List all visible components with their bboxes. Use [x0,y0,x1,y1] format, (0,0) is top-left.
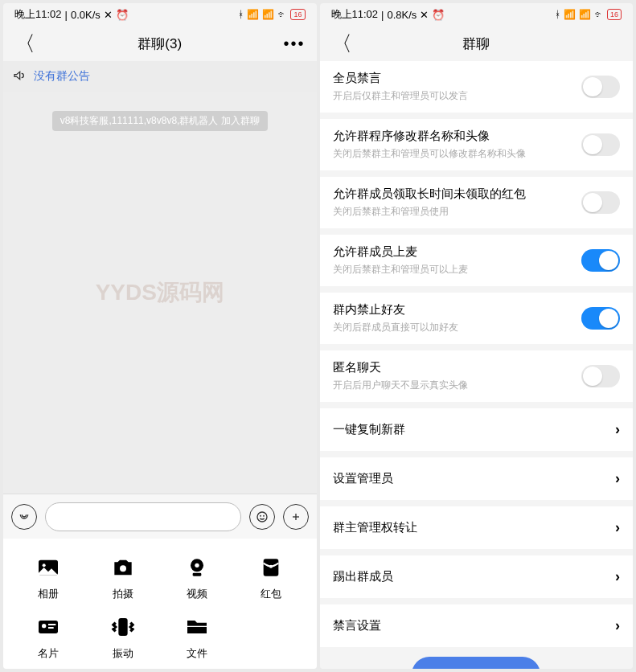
attach-card[interactable]: 名片 [11,613,85,661]
setting-mute-all: 全员禁言 开启后仅群主和管理员可以发言 [320,61,634,113]
wifi-icon: ᯤ [594,9,604,20]
page-title: 群聊(3) [137,35,182,53]
status-bar: 晚上11:02 | 0.8K/s ✕ ⏰ ᚼ 📶 📶 ᯤ 16 [320,3,634,26]
attach-file[interactable]: 文件 [160,613,234,661]
setting-sub: 关闭后群成员直接可以加好友 [333,321,458,334]
setting-sub: 关闭后禁群主和管理员可以修改群名称和头像 [333,147,526,161]
chevron-right-icon: › [615,470,620,487]
attach-label: 视频 [187,587,207,601]
nav-copy-group[interactable]: 一键复制新群 › [320,408,634,451]
setting-sub: 开启后用户聊天不显示真实头像 [333,379,468,392]
nav-transfer-owner[interactable]: 群主管理权转让 › [320,506,634,549]
nav-label: 踢出群成员 [333,569,393,584]
setting-allow-claim-redpacket: 允许群成员领取长时间未领取的红包 关闭后禁群主和管理员使用 [320,177,634,228]
card-icon [34,613,63,641]
bluetooth-icon: ᚼ [555,9,560,20]
watermark: YYDS源码网 [96,277,224,308]
battery-icon: 16 [290,9,305,20]
attach-vibrate[interactable]: 振动 [85,613,159,661]
setting-title: 允许群成员领取长时间未领取的红包 [333,186,526,202]
primary-button[interactable] [412,657,540,669]
nav-mute-settings[interactable]: 禁言设置 › [320,604,634,647]
notice-text: 没有群公告 [34,69,90,84]
attach-label: 红包 [261,587,281,601]
settings-body: 全员禁言 开启后仅群主和管理员可以发言 允许群程序修改群名称和头像 关闭后禁群主… [320,61,634,669]
page-title: 群聊 [462,35,490,53]
camera-icon [109,553,137,582]
attach-camera[interactable]: 拍摄 [85,553,159,601]
mute-icon: ✕ [420,9,429,21]
file-icon [183,613,211,641]
chevron-right-icon: › [615,421,620,438]
setting-title: 全员禁言 [333,71,468,86]
toggle-switch[interactable] [581,191,620,214]
setting-title: 允许群程序修改群名称和头像 [333,129,526,144]
battery-icon: 16 [607,9,622,20]
more-button[interactable]: ••• [283,35,305,53]
input-bar [3,494,317,539]
signal-icon: 📶 [579,9,591,20]
setting-title: 允许群成员上麦 [333,244,468,260]
toggle-switch[interactable] [581,365,620,387]
svg-point-0 [257,512,267,522]
attach-redpacket[interactable]: 红包 [234,553,308,601]
svg-point-2 [263,515,264,516]
svg-rect-17 [120,620,126,635]
svg-point-1 [260,515,261,516]
video-icon [183,553,211,582]
signal-icon: 📶 [564,9,576,20]
attach-album[interactable]: 相册 [11,553,85,601]
svg-rect-15 [48,624,55,625]
signal-icon: 📶 [247,9,259,20]
message-input[interactable] [45,502,241,531]
nav-kick-member[interactable]: 踢出群成员 › [320,555,634,598]
svg-rect-18 [187,626,207,627]
svg-point-12 [269,565,273,568]
redpacket-icon [256,553,285,582]
setting-title: 匿名聊天 [333,360,468,375]
voice-button[interactable] [11,504,37,530]
nav-set-admin[interactable]: 设置管理员 › [320,457,634,500]
toggle-switch[interactable] [581,307,620,330]
setting-forbid-friend: 群内禁止好友 关闭后群成员直接可以加好友 [320,293,634,344]
chevron-right-icon: › [615,568,620,585]
chat-screen: 晚上11:02 | 0.0K/s ✕ ⏰ ᚼ 📶 📶 ᯤ 16 〈 群聊(3) … [3,3,317,669]
nav-label: 禁言设置 [333,618,381,633]
attach-label: 名片 [38,646,59,661]
plus-button[interactable] [283,504,309,530]
setting-sub: 关闭后禁群主和管理员可以上麦 [333,263,468,277]
chevron-right-icon: › [615,617,620,634]
setting-title: 群内禁止好友 [333,302,458,318]
nav-bar: 〈 群聊 [320,26,634,61]
svg-point-6 [43,563,46,567]
system-message: v8科技客服,111111,v8v8v8,群机器人 加入群聊 [52,111,268,131]
toggle-switch[interactable] [581,76,620,98]
wifi-icon: ᯤ [277,9,287,20]
attach-video[interactable]: 视频 [160,553,234,601]
status-bar: 晚上11:02 | 0.0K/s ✕ ⏰ ᚼ 📶 📶 ᯤ 16 [3,3,317,26]
emoji-button[interactable] [249,504,275,530]
status-net: 0.8K/s [387,9,416,21]
setting-sub: 开启后仅群主和管理员可以发言 [333,89,468,103]
svg-point-9 [195,563,199,568]
svg-point-7 [120,565,126,572]
vibrate-icon [109,613,137,641]
attach-label: 相册 [38,587,59,601]
settings-screen: 晚上11:02 | 0.8K/s ✕ ⏰ ᚼ 📶 📶 ᯤ 16 〈 群聊 全员禁… [320,3,634,669]
signal-icon: 📶 [262,9,274,20]
bluetooth-icon: ᚼ [238,9,244,20]
mute-icon: ✕ [104,9,113,21]
toggle-switch[interactable] [581,133,620,156]
status-time: 晚上11:02 [14,7,62,22]
nav-label: 一键复制新群 [333,422,405,437]
toggle-switch[interactable] [581,249,620,272]
svg-rect-10 [193,573,202,576]
album-icon [34,553,63,582]
back-button[interactable]: 〈 [14,30,35,58]
notice-bar[interactable]: 没有群公告 [3,61,317,92]
back-button[interactable]: 〈 [331,30,352,58]
chevron-right-icon: › [615,519,620,536]
status-time: 晚上11:02 [331,7,379,22]
megaphone-icon [13,69,26,84]
setting-allow-mic: 允许群成员上麦 关闭后禁群主和管理员可以上麦 [320,235,634,286]
